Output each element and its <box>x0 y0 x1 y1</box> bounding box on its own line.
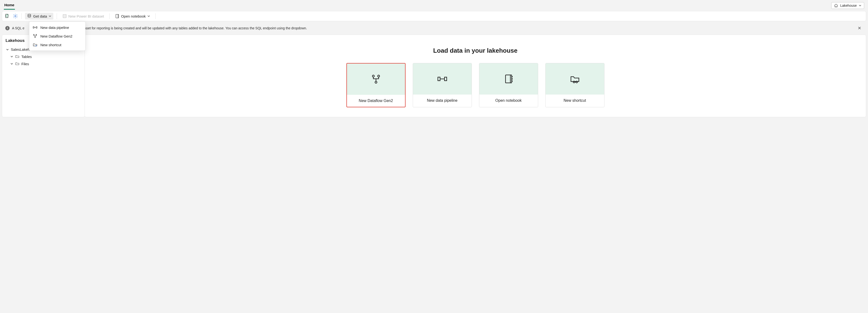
card-label: Open notebook <box>479 94 538 107</box>
database-icon <box>27 14 32 19</box>
notification-bar: i A SQL endpoint is being generated, a d… <box>2 23 866 33</box>
card-new-data-pipeline[interactable]: New data pipeline <box>413 63 472 107</box>
pipeline-icon <box>33 25 37 30</box>
topbar: Home Lakehouse <box>0 0 868 10</box>
lakehouse-icon <box>834 3 838 8</box>
get-data-label: Get data <box>33 14 47 18</box>
notebook-icon <box>503 74 514 84</box>
svg-rect-10 <box>36 27 37 28</box>
svg-point-22 <box>512 81 512 81</box>
separator <box>57 13 57 19</box>
menu-new-shortcut[interactable]: New shortcut <box>29 40 85 49</box>
settings-icon[interactable] <box>13 13 18 19</box>
svg-point-2 <box>28 14 31 16</box>
new-powerbi-dataset-label: New Power BI dataset <box>68 14 104 18</box>
svg-point-23 <box>573 81 575 83</box>
folder-icon <box>15 54 20 59</box>
card-new-shortcut[interactable]: New shortcut <box>545 63 604 107</box>
chevron-down-icon <box>147 15 150 18</box>
info-icon: i <box>5 26 10 30</box>
svg-rect-9 <box>33 27 34 28</box>
svg-point-12 <box>36 34 36 35</box>
card-label: New Dataflow Gen2 <box>347 95 405 107</box>
separator <box>21 13 22 19</box>
card-label: New shortcut <box>546 94 604 107</box>
svg-rect-17 <box>438 77 440 81</box>
svg-rect-8 <box>116 15 119 18</box>
chevron-down-icon <box>10 55 13 58</box>
chevron-down-icon <box>49 15 52 18</box>
open-notebook-label: Open notebook <box>121 14 146 18</box>
svg-point-21 <box>512 79 512 79</box>
chevron-down-icon <box>6 48 9 51</box>
tab-home[interactable]: Home <box>4 1 15 10</box>
card-label: New data pipeline <box>413 94 472 107</box>
svg-point-11 <box>33 34 34 35</box>
lakehouse-type-dropdown[interactable]: Lakehouse <box>831 2 864 9</box>
get-data-menu: New data pipeline New Dataflow Gen2 New … <box>29 21 86 51</box>
svg-point-6 <box>64 17 64 17</box>
menu-item-label: New data pipeline <box>40 26 69 30</box>
chevron-down-icon <box>10 62 13 65</box>
close-icon[interactable]: ✕ <box>856 26 863 31</box>
svg-point-15 <box>377 75 379 77</box>
svg-point-16 <box>375 81 377 83</box>
main-panel: Load data in your lakehouse New Dataflow… <box>85 35 866 117</box>
card-new-dataflow-gen2[interactable]: New Dataflow Gen2 <box>346 63 406 107</box>
dataflow-icon <box>371 74 381 84</box>
new-powerbi-dataset-button[interactable]: New Power BI dataset <box>60 13 106 20</box>
separator <box>109 13 110 19</box>
svg-point-1 <box>14 16 16 17</box>
tree-tables[interactable]: Tables <box>5 53 82 60</box>
svg-rect-3 <box>63 15 66 18</box>
svg-point-24 <box>576 81 577 83</box>
svg-point-20 <box>512 77 512 77</box>
tree-files[interactable]: Files <box>5 60 82 67</box>
menu-item-label: New shortcut <box>40 43 62 47</box>
dataflow-icon <box>33 34 37 38</box>
chevron-down-icon <box>859 4 862 7</box>
svg-rect-18 <box>444 77 446 81</box>
ribbon: Get data New Power BI dataset Open noteb… <box>2 11 866 21</box>
menu-new-dataflow-gen2[interactable]: New Dataflow Gen2 <box>29 32 85 40</box>
svg-point-14 <box>372 75 374 77</box>
separator <box>155 13 156 19</box>
shortcut-icon <box>33 42 37 47</box>
notebook-icon <box>115 14 120 19</box>
svg-point-13 <box>35 37 35 37</box>
tree-tables-label: Tables <box>21 55 32 59</box>
dataset-icon <box>62 14 67 19</box>
load-data-cards: New Dataflow Gen2 New data pipeline <box>346 63 604 107</box>
svg-rect-19 <box>505 75 512 83</box>
lakehouse-dropdown-label: Lakehouse <box>840 4 857 7</box>
refresh-icon[interactable] <box>5 13 10 19</box>
shortcut-icon <box>569 74 580 84</box>
menu-item-label: New Dataflow Gen2 <box>40 34 72 38</box>
main-heading: Load data in your lakehouse <box>433 47 518 54</box>
get-data-button[interactable]: Get data <box>25 13 53 20</box>
card-open-notebook[interactable]: Open notebook <box>479 63 538 107</box>
pipeline-icon <box>437 74 447 84</box>
folder-icon <box>15 62 20 66</box>
open-notebook-button[interactable]: Open notebook <box>113 13 152 20</box>
menu-new-data-pipeline[interactable]: New data pipeline <box>29 23 85 32</box>
tree-files-label: Files <box>21 62 29 66</box>
